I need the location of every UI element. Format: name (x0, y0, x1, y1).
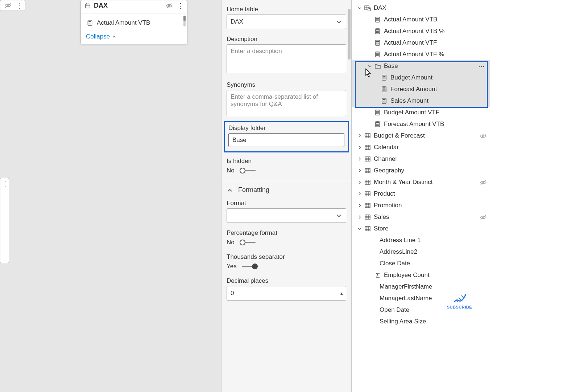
tree-table[interactable]: Calendar (352, 142, 490, 153)
tree-measure[interactable]: Actual Amount VTB % (352, 25, 490, 37)
eye-hidden-icon[interactable] (480, 179, 487, 185)
home-table-select[interactable]: DAX (227, 15, 346, 29)
decimal-stepper[interactable]: 0 ▲ (227, 286, 346, 301)
tree-measure[interactable]: Forecast Amount (352, 83, 490, 95)
measure-icon (374, 40, 381, 46)
tree-label: Actual Amount VTF % (384, 51, 487, 58)
tree-measure[interactable]: Actual Amount VTF (352, 37, 490, 49)
tree-label: Address Line 1 (380, 237, 487, 244)
tree-label: Base (384, 62, 478, 70)
folder-icon (374, 63, 381, 69)
chevron-right-icon (356, 133, 363, 138)
format-label: Format (227, 200, 346, 207)
description-label: Description (227, 36, 346, 43)
scrollbar-thumb[interactable] (348, 9, 351, 60)
tree-column[interactable]: AddressLine2 (352, 246, 490, 258)
display-folder-highlight: Display folder (224, 121, 349, 152)
tree-table[interactable]: Geography (352, 165, 490, 176)
chevron-down-icon (367, 64, 373, 69)
tree-measure[interactable]: Budget Amount VTF (352, 107, 490, 118)
tree-label: Employee Count (384, 271, 487, 279)
tree-column[interactable]: Close Date (352, 258, 490, 269)
measure-icon (374, 16, 381, 23)
table-card-dax[interactable]: DAX ⋮ Actual Amount VTB Collapse (80, 0, 187, 44)
is-hidden-state: No (227, 167, 235, 174)
more-icon[interactable]: ⋯ (478, 62, 487, 70)
tree-label: Forecast Amount (390, 86, 487, 93)
table-icon (364, 225, 371, 232)
tree-column[interactable]: Selling Area Size (352, 316, 490, 327)
scrollbar[interactable] (348, 0, 351, 392)
eye-hidden-icon[interactable] (480, 132, 487, 139)
is-hidden-toggle[interactable] (240, 167, 256, 174)
tree-table[interactable]: Product (352, 188, 490, 200)
tree-label: DAX (374, 4, 487, 12)
chevron-right-icon (356, 168, 363, 173)
tree-measure[interactable]: Actual Amount VTF % (352, 49, 490, 60)
tree-measure[interactable]: Budget Amount (352, 72, 490, 83)
tree-measure[interactable]: Actual Amount VTB (352, 14, 490, 25)
percentage-toggle[interactable] (240, 239, 256, 246)
formatting-title: Formatting (238, 186, 269, 194)
thousands-state: Yes (227, 263, 237, 270)
description-input[interactable]: Enter a description (227, 44, 346, 73)
tree-folder-base[interactable]: Base ⋯ (352, 60, 490, 72)
more-icon[interactable]: ⋮ (1, 181, 9, 186)
subscribe-watermark: SUBSCRIBE (447, 291, 472, 309)
synonyms-input[interactable]: Enter a comma-separated list of synonyms… (227, 90, 346, 116)
more-icon[interactable]: ⋮ (16, 3, 23, 8)
card-header[interactable]: DAX ⋮ (81, 0, 187, 13)
more-icon[interactable]: ⋮ (177, 3, 184, 8)
tree-table[interactable]: Channel (352, 153, 490, 165)
table-icon (364, 179, 371, 185)
tree-label: Calendar (374, 144, 487, 151)
tree-table[interactable]: Month & Year Distinct (352, 176, 490, 188)
home-table-value: DAX (231, 18, 243, 25)
svg-line-25 (459, 298, 461, 300)
table-icon (364, 132, 371, 139)
measure-icon (381, 86, 388, 93)
tree-table[interactable]: Sales (352, 211, 490, 223)
display-folder-input[interactable] (228, 133, 344, 147)
format-select[interactable] (227, 208, 346, 223)
date-icon (84, 3, 91, 9)
eye-hidden-icon[interactable] (4, 2, 12, 9)
tree-measure[interactable]: Sales Amount (352, 95, 490, 107)
sigma-icon (374, 272, 381, 278)
card-measure-row[interactable]: Actual Amount VTB (85, 17, 183, 29)
eye-hidden-icon[interactable] (480, 214, 487, 220)
model-canvas: ⋮ DAX ⋮ Actual Amount VTB Collapse ⋮ (0, 0, 221, 392)
tree-label: Channel (374, 155, 487, 163)
decimal-label: Decimal places (227, 277, 346, 285)
tree-measure[interactable]: Forecast Amount VTB (352, 118, 490, 130)
tree-label: Product (374, 190, 487, 197)
formatting-section-header[interactable]: Formatting (221, 181, 351, 195)
eye-hidden-icon[interactable] (165, 2, 173, 9)
percentage-label: Percentage format (227, 229, 346, 237)
card-measure-label: Actual Amount VTB (97, 19, 150, 26)
tree-label: Sales Amount (390, 97, 487, 105)
table-icon (364, 202, 371, 209)
tree-column-sum[interactable]: Employee Count (352, 269, 490, 281)
chevron-down-icon (356, 226, 363, 231)
table-icon (364, 156, 371, 162)
tree-label: Selling Area Size (380, 318, 487, 325)
tree-label: Forecast Amount VTB (384, 121, 487, 128)
tree-table[interactable]: Budget & Forecast (352, 130, 490, 142)
tree-table-dax[interactable]: DAX (352, 2, 490, 14)
measure-icon (87, 20, 93, 26)
collapse-link[interactable]: Collapse (81, 31, 187, 44)
percentage-state: No (227, 239, 235, 246)
chevron-up-icon (227, 187, 233, 193)
tree-table[interactable]: Promotion (352, 200, 490, 211)
cursor-icon (363, 68, 373, 79)
card-body: Actual Amount VTB (81, 13, 187, 31)
tree-column[interactable]: Address Line 1 (352, 234, 490, 246)
scrollbar-thumb[interactable] (183, 16, 186, 21)
chevron-down-icon (336, 212, 342, 219)
thousands-toggle[interactable] (242, 263, 258, 270)
tree-table-store[interactable]: Store (352, 223, 490, 234)
measure-icon (381, 74, 388, 81)
collapse-text: Collapse (86, 33, 110, 40)
chevron-right-icon (356, 203, 363, 208)
